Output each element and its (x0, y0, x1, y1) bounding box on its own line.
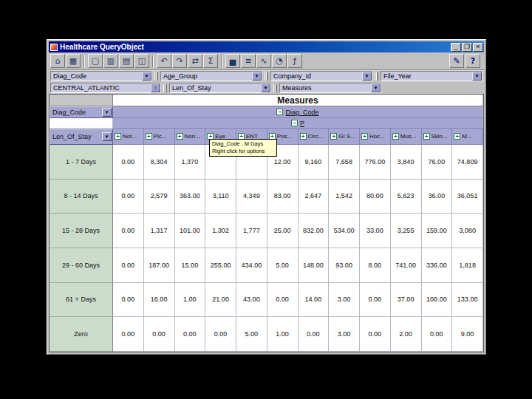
data-cell[interactable]: 93.00 (329, 248, 360, 283)
data-cell[interactable]: 0.00 (360, 317, 391, 352)
data-cell[interactable]: 36.00 (422, 180, 453, 214)
data-cell[interactable]: 187.00 (144, 248, 175, 283)
expand-icon[interactable]: + (454, 133, 460, 140)
column-header[interactable]: +Circ... (299, 129, 330, 145)
row-header[interactable]: 15 - 28 Days (50, 214, 113, 248)
data-cell[interactable]: 14.00 (299, 283, 330, 318)
row-dimension-button-len-of-stay[interactable]: Len_Of_Stay▼ (50, 129, 113, 145)
sort-icon[interactable]: ≡ (241, 54, 256, 68)
data-cell[interactable]: 0.00 (299, 317, 330, 352)
spin-arrows-icon[interactable]: ↕ (151, 83, 160, 92)
data-cell[interactable]: 1,302 (205, 214, 236, 248)
data-cell[interactable]: 16.00 (144, 283, 175, 318)
column-header[interactable]: +Non... (175, 129, 206, 145)
data-cell[interactable]: 0.00 (113, 283, 144, 318)
dropdown-arrow-icon[interactable]: ▼ (362, 72, 372, 81)
data-cell[interactable]: 37.00 (391, 283, 422, 318)
column-header[interactable]: +Pic... (144, 129, 175, 145)
row-dimension-button-diag-code[interactable]: Diag_Code▼ (50, 106, 113, 118)
data-cell[interactable]: 1,370 (175, 145, 206, 180)
data-cell[interactable]: 0.00 (422, 317, 453, 352)
pie-chart-icon[interactable]: ◔ (272, 54, 287, 68)
data-cell[interactable]: 255.00 (205, 248, 236, 283)
region-filter[interactable]: CENTRAL_ATLANTIC↕ (50, 83, 161, 93)
data-cell[interactable]: 43.00 (236, 283, 267, 318)
data-cell[interactable]: 363.00 (175, 180, 206, 214)
open-layout-icon[interactable]: ▥ (103, 54, 118, 68)
data-cell[interactable]: 3,255 (391, 214, 422, 248)
collapse-icon[interactable]: − (291, 120, 298, 126)
data-cell[interactable]: 3,110 (205, 180, 236, 214)
column-header[interactable]: +Skin... (422, 129, 453, 145)
copy-icon[interactable]: ◫ (134, 54, 149, 68)
data-cell[interactable]: 741.00 (391, 248, 422, 283)
data-cell[interactable]: 0.00 (113, 248, 144, 283)
data-cell[interactable]: 0.00 (267, 283, 299, 318)
data-cell[interactable]: 336.00 (422, 248, 453, 283)
column-header[interactable]: +Not... (113, 129, 144, 145)
data-cell[interactable]: 1,818 (452, 248, 483, 283)
redo-icon[interactable]: ↷ (172, 54, 187, 68)
data-cell[interactable]: 74,809 (452, 145, 483, 180)
column-header[interactable]: +GI S... (329, 129, 360, 145)
data-cell[interactable]: 832.00 (299, 214, 330, 248)
data-cell[interactable]: 25.00 (267, 214, 299, 248)
close-button[interactable]: × (473, 43, 483, 52)
diag-code-filter[interactable]: Diag_Code▼ (50, 71, 152, 81)
data-cell[interactable]: 9.00 (452, 317, 483, 352)
data-cell[interactable]: 8,304 (144, 145, 175, 180)
home-icon[interactable]: ⌂ (50, 54, 65, 68)
minimize-button[interactable]: _ (451, 43, 461, 52)
new-query-icon[interactable]: ▢ (88, 54, 103, 68)
data-cell[interactable]: 0.00 (113, 180, 144, 214)
expand-icon[interactable]: + (423, 133, 430, 140)
data-cell[interactable]: 0.00 (113, 214, 144, 248)
dropdown-arrow-icon[interactable]: ▼ (252, 72, 262, 81)
data-cell[interactable]: 148.00 (299, 248, 330, 283)
data-cell[interactable]: 0.00 (113, 317, 144, 352)
sum-icon[interactable]: Σ (203, 54, 218, 68)
column-header[interactable]: +Hoc... (360, 129, 391, 145)
data-cell[interactable]: 5,623 (391, 180, 422, 214)
row-header[interactable]: 29 - 60 Days (50, 248, 113, 283)
row-header[interactable]: 8 - 14 Days (50, 180, 113, 214)
dropdown-arrow-icon[interactable]: ▼ (142, 72, 151, 81)
expand-icon[interactable]: + (115, 133, 121, 140)
data-cell[interactable]: 0.00 (175, 317, 206, 352)
dropdown-arrow-icon[interactable]: ▼ (102, 132, 112, 141)
edit-icon[interactable]: ✎ (449, 54, 464, 68)
dropdown-arrow-icon[interactable]: ▼ (371, 83, 381, 92)
data-cell[interactable]: 1,317 (144, 214, 175, 248)
function-icon[interactable]: ƒ (287, 54, 302, 68)
data-cell[interactable]: 1.00 (175, 283, 206, 318)
measures-filter[interactable]: Measures▼ (279, 83, 381, 93)
help-icon[interactable]: ? (466, 54, 480, 68)
data-cell[interactable]: 2,647 (299, 180, 330, 214)
dropdown-arrow-icon[interactable]: ▼ (472, 72, 482, 81)
len-of-stay-filter[interactable]: Len_Of_Stay▼ (169, 83, 271, 93)
age-group-filter[interactable]: Age_Group▼ (160, 71, 262, 81)
data-cell[interactable]: 7,658 (329, 145, 360, 180)
data-cell[interactable]: 776.00 (360, 145, 391, 180)
data-cell[interactable]: 100.00 (422, 283, 453, 318)
data-cell[interactable]: 133.00 (452, 283, 483, 318)
print-icon[interactable]: ▤ (119, 54, 134, 68)
data-cell[interactable]: 3,840 (391, 145, 422, 180)
query-sheet-icon[interactable]: ▦ (66, 54, 81, 68)
collapse-icon[interactable]: − (276, 109, 283, 115)
column-header[interactable]: +Mus... (391, 129, 422, 145)
data-cell[interactable]: 1,542 (329, 180, 360, 214)
data-cell[interactable]: 5.00 (236, 317, 267, 352)
data-cell[interactable]: 0.00 (205, 317, 236, 352)
data-cell[interactable]: 159.00 (422, 214, 453, 248)
expand-icon[interactable]: + (330, 133, 337, 140)
dropdown-arrow-icon[interactable]: ▼ (102, 108, 112, 117)
expand-icon[interactable]: + (300, 133, 307, 140)
titlebar[interactable]: Healthcare QueryObject _ ❐ × (49, 41, 484, 52)
data-cell[interactable]: 4,349 (236, 180, 267, 214)
expand-icon[interactable]: + (177, 133, 183, 140)
column-subgroup-header[interactable]: −P (113, 118, 483, 129)
row-header[interactable]: Zero (50, 317, 113, 352)
data-cell[interactable]: 2,579 (144, 180, 175, 214)
data-cell[interactable]: 1.00 (267, 317, 299, 352)
